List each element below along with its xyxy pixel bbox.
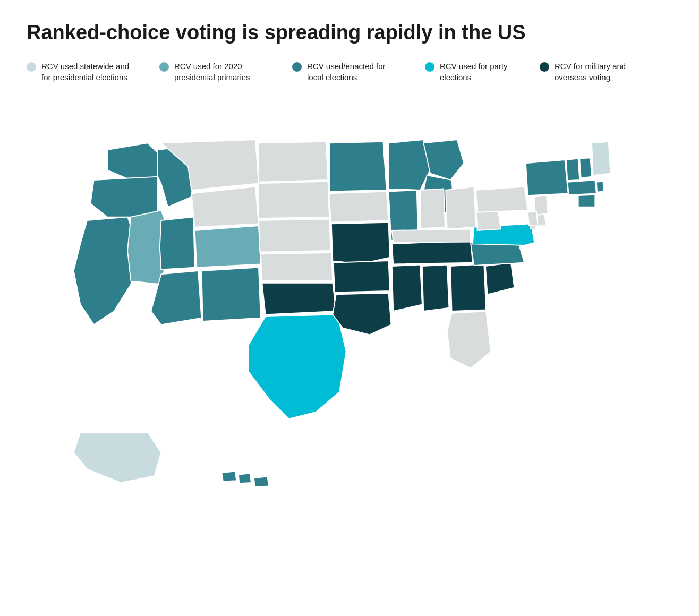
legend-label-statewide: RCV used statewide and for presidential … xyxy=(41,61,133,83)
state-ut xyxy=(160,217,195,269)
legend-item-party: RCV used for party elections xyxy=(425,61,513,83)
state-md xyxy=(528,211,538,226)
legend-dot-military xyxy=(540,62,549,72)
us-map xyxy=(27,93,672,529)
legend-label-primaries: RCV used for 2020 presidential primaries xyxy=(174,61,266,83)
state-ak xyxy=(74,432,161,483)
legend-item-military: RCV for military and overseas voting xyxy=(540,61,646,83)
state-me xyxy=(592,141,610,175)
legend: RCV used statewide and for presidential … xyxy=(27,61,672,83)
state-la xyxy=(333,293,391,335)
state-nm xyxy=(201,267,260,321)
state-or xyxy=(90,176,158,217)
state-ct xyxy=(578,195,595,207)
state-dc xyxy=(530,225,535,229)
state-mi xyxy=(423,140,464,180)
state-tx xyxy=(249,314,346,418)
state-pa xyxy=(476,186,528,212)
legend-item-primaries: RCV used for 2020 presidential primaries xyxy=(159,61,266,83)
state-oh xyxy=(446,186,476,229)
state-sd xyxy=(259,181,329,218)
state-ar xyxy=(334,261,390,293)
state-hi xyxy=(221,471,236,481)
state-hi3 xyxy=(254,476,269,486)
state-mn xyxy=(329,141,387,191)
legend-label-party: RCV used for party elections xyxy=(440,61,513,83)
page-container: Ranked-choice voting is spreading rapidl… xyxy=(0,0,699,540)
state-fl xyxy=(447,311,491,369)
state-tn xyxy=(392,241,473,264)
legend-label-local: RCV used/enacted for local elections xyxy=(307,61,398,83)
state-ca xyxy=(74,217,138,324)
state-ks xyxy=(261,252,333,280)
state-al xyxy=(422,264,449,311)
state-ri xyxy=(596,181,604,192)
state-ok xyxy=(262,283,336,314)
map-container xyxy=(27,93,672,529)
legend-dot-statewide xyxy=(27,62,36,72)
state-nd xyxy=(259,141,328,182)
state-ne xyxy=(259,219,331,252)
state-hi2 xyxy=(238,473,251,483)
state-wy xyxy=(191,186,259,227)
state-ga xyxy=(450,264,486,311)
legend-label-military: RCV for military and overseas voting xyxy=(555,61,646,83)
state-ms xyxy=(392,264,422,311)
state-ky xyxy=(392,229,471,242)
legend-dot-local xyxy=(292,62,302,72)
state-vt xyxy=(566,158,579,181)
state-nh xyxy=(579,158,592,178)
state-sc xyxy=(485,262,514,294)
legend-item-local: RCV used/enacted for local elections xyxy=(292,61,398,83)
state-ny xyxy=(526,160,568,195)
state-co xyxy=(195,226,261,268)
legend-dot-party xyxy=(425,62,434,72)
legend-dot-primaries xyxy=(159,62,169,72)
page-title: Ranked-choice voting is spreading rapidl… xyxy=(27,21,672,45)
state-ma xyxy=(567,180,596,195)
state-ia xyxy=(329,191,388,222)
legend-item-statewide: RCV used statewide and for presidential … xyxy=(27,61,133,83)
state-mo xyxy=(331,222,390,264)
state-in xyxy=(420,189,445,228)
state-wa xyxy=(107,143,161,180)
